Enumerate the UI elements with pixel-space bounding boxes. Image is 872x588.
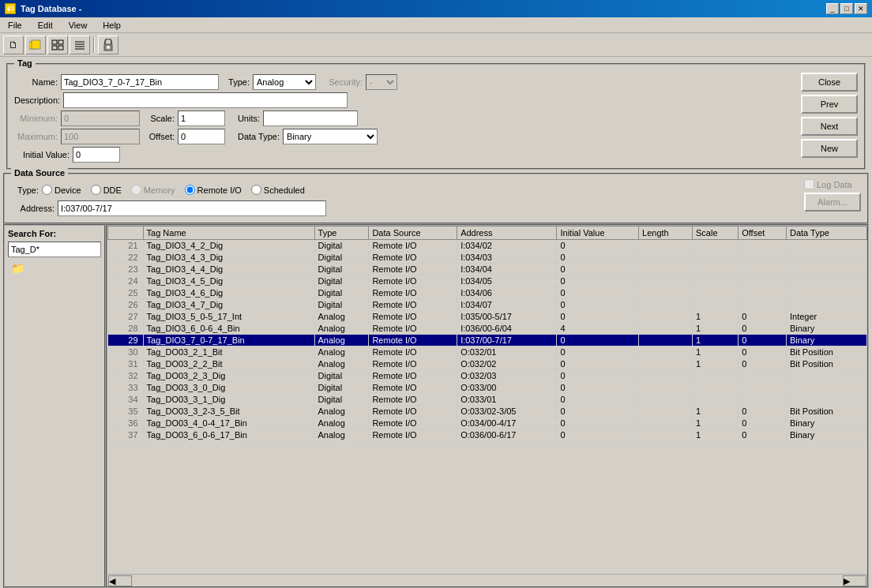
table-row[interactable]: 31 Tag_DO03_2_2_Bit Analog Remote I/O O:… (108, 358, 867, 370)
security-select[interactable]: - (366, 74, 397, 90)
row-initial: 0 (557, 287, 639, 299)
log-data-check[interactable]: Log Data (804, 179, 861, 189)
units-input[interactable] (263, 110, 358, 126)
col-name[interactable]: Tag Name (143, 227, 314, 240)
row-address: I:034/05 (457, 275, 557, 287)
table-row[interactable]: 23 Tag_DIO3_4_4_Dig Digital Remote I/O I… (108, 264, 867, 275)
checkbox-area: Log Data Alarm... (804, 179, 861, 212)
menu-edit[interactable]: Edit (33, 20, 58, 31)
menu-file[interactable]: File (3, 20, 27, 31)
table-row[interactable]: 28 Tag_DIO3_6_0-6_4_Bin Analog Remote I/… (108, 323, 867, 335)
svg-rect-2 (52, 40, 57, 44)
menu-view[interactable]: View (64, 20, 92, 31)
row-num: 27 (108, 311, 144, 323)
search-input[interactable] (8, 242, 101, 257)
row-name: Tag_DIO3_4_7_Dig (143, 299, 314, 311)
row-datatype (786, 394, 866, 406)
col-initial[interactable]: Initial Value (557, 227, 639, 240)
row-offset: 0 (739, 358, 787, 370)
col-type[interactable]: Type (314, 227, 369, 240)
col-source[interactable]: Data Source (369, 227, 457, 240)
datatype-select[interactable]: Binary Integer Bit Position (283, 129, 378, 144)
table-header-row: Tag Name Type Data Source Address Initia… (108, 227, 867, 240)
row-name: Tag_DO03_6_0-6_17_Bin (143, 429, 314, 441)
col-offset[interactable]: Offset (739, 227, 787, 240)
row-num: 33 (108, 382, 144, 394)
row-name: Tag_DIO3_6_0-6_4_Bin (143, 323, 314, 335)
horizontal-scroll[interactable]: ◀ ▶ (107, 574, 867, 586)
table-row[interactable]: 34 Tag_DO03_3_1_Dig Digital Remote I/O O… (108, 394, 867, 406)
row-length (639, 418, 693, 429)
prev-button[interactable]: Prev (801, 95, 858, 114)
table-row[interactable]: 22 Tag_DIO3_4_3_Dig Digital Remote I/O I… (108, 252, 867, 264)
minimize-button[interactable]: _ (826, 3, 839, 14)
table-row[interactable]: 24 Tag_DIO3_4_5_Dig Digital Remote I/O I… (108, 275, 867, 287)
table-row[interactable]: 21 Tag_DIO3_4_2_Dig Digital Remote I/O I… (108, 240, 867, 252)
radio-memory[interactable]: Memory (131, 185, 175, 195)
col-length[interactable]: Length (639, 227, 693, 240)
maximize-button[interactable]: □ (840, 3, 853, 14)
table-row[interactable]: 27 Tag_DIO3_5_0-5_17_Int Analog Remote I… (108, 311, 867, 323)
row-offset (739, 394, 787, 406)
table-row[interactable]: 37 Tag_DO03_6_0-6_17_Bin Analog Remote I… (108, 429, 867, 441)
row-scale (693, 240, 739, 252)
radio-scheduled[interactable]: Scheduled (251, 185, 305, 195)
radio-remote-io[interactable]: Remote I/O (185, 185, 242, 195)
table-row[interactable]: 25 Tag_DIO3_4_6_Dig Digital Remote I/O I… (108, 287, 867, 299)
row-name: Tag_DO03_4_0-4_17_Bin (143, 418, 314, 429)
toolbar-open-button[interactable] (25, 36, 46, 54)
menu-help[interactable]: Help (98, 20, 126, 31)
offset-input[interactable] (178, 129, 225, 144)
row-scale: 1 (693, 358, 739, 370)
toolbar-new-button[interactable]: 🗋 (3, 36, 24, 54)
row-initial: 0 (557, 275, 639, 287)
table-row[interactable]: 32 Tag_DO03_2_3_Dig Digital Remote I/O O… (108, 370, 867, 382)
table-row[interactable]: 30 Tag_DO03_2_1_Bit Analog Remote I/O O:… (108, 346, 867, 358)
row-type: Digital (314, 287, 369, 299)
table-row[interactable]: 36 Tag_DO03_4_0-4_17_Bin Analog Remote I… (108, 418, 867, 429)
name-input[interactable] (61, 74, 219, 90)
row-type: Analog (314, 323, 369, 335)
row-scale: 1 (693, 429, 739, 441)
col-num (108, 227, 144, 240)
row-initial: 0 (557, 346, 639, 358)
table-row[interactable]: 29 Tag_DIO3_7_0-7_17_Bin Analog Remote I… (108, 335, 867, 346)
hscroll-right[interactable]: ▶ (843, 575, 866, 586)
row-initial: 4 (557, 323, 639, 335)
search-label: Search For: (8, 229, 101, 238)
max-input[interactable] (61, 129, 140, 144)
toolbar-grid-button[interactable] (47, 36, 68, 54)
radio-device[interactable]: Device (42, 185, 81, 195)
row-source: Remote I/O (369, 311, 457, 323)
hscroll-left[interactable]: ◀ (108, 575, 132, 586)
radio-dde[interactable]: DDE (91, 185, 122, 195)
folder-icon[interactable]: 📁 (8, 260, 27, 276)
desc-input[interactable] (63, 92, 348, 108)
type-select[interactable]: Analog (253, 74, 316, 90)
toolbar-list-button[interactable] (70, 36, 90, 54)
row-type: Digital (314, 264, 369, 275)
toolbar-security-button[interactable] (98, 36, 118, 54)
alarm-button[interactable]: Alarm... (804, 193, 861, 212)
table-scroll[interactable]: Tag Name Type Data Source Address Initia… (107, 226, 867, 574)
row-source: Remote I/O (369, 346, 457, 358)
datasource-legend: Data Source (11, 168, 68, 178)
scale-input[interactable] (178, 110, 225, 126)
close-button[interactable]: Close (801, 73, 858, 92)
table-row[interactable]: 33 Tag_DO03_3_0_Dig Digital Remote I/O O… (108, 382, 867, 394)
col-address[interactable]: Address (457, 227, 557, 240)
col-scale[interactable]: Scale (693, 227, 739, 240)
new-button[interactable]: New (801, 139, 858, 158)
min-input[interactable] (61, 110, 140, 126)
action-buttons: Close Prev Next New (801, 73, 858, 158)
table-row[interactable]: 35 Tag_DO03_3_2-3_5_Bit Analog Remote I/… (108, 406, 867, 418)
col-datatype[interactable]: Data Type (786, 227, 866, 240)
next-button[interactable]: Next (801, 117, 858, 136)
address-input[interactable] (58, 200, 326, 216)
table-row[interactable]: 26 Tag_DIO3_4_7_Dig Digital Remote I/O I… (108, 299, 867, 311)
row-name: Tag_DO03_3_0_Dig (143, 382, 314, 394)
row-length (639, 358, 693, 370)
row-offset (739, 287, 787, 299)
initval-input[interactable] (73, 147, 120, 163)
close-button[interactable]: ✕ (855, 3, 867, 14)
